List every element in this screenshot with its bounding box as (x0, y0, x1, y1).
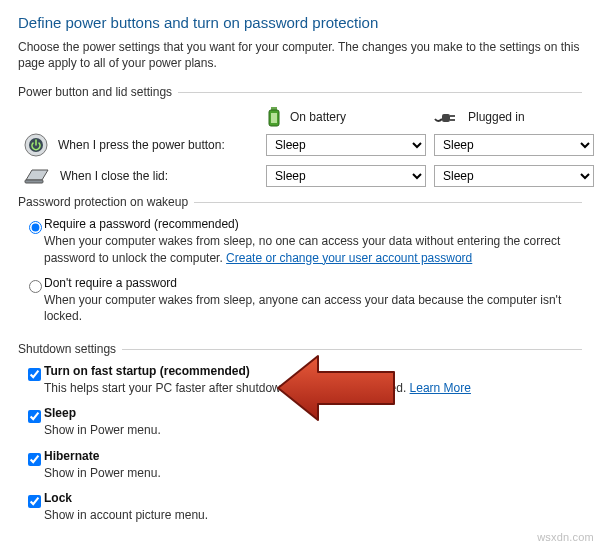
power-button-plugged-select[interactable]: Sleep (434, 134, 594, 156)
column-on-battery-label: On battery (290, 110, 346, 124)
power-button-battery-select[interactable]: Sleep (266, 134, 426, 156)
svg-rect-5 (450, 119, 455, 121)
divider (194, 202, 582, 203)
hibernate-sub: Show in Power menu. (44, 465, 582, 481)
lock-checkbox[interactable] (28, 495, 41, 508)
fast-startup-sub: This helps start your PC faster after sh… (44, 380, 582, 396)
require-password-sub: When your computer wakes from sleep, no … (44, 233, 582, 265)
column-plugged-in-label: Plugged in (468, 110, 525, 124)
battery-icon (266, 107, 282, 127)
divider (122, 349, 582, 350)
sleep-sub: Show in Power menu. (44, 422, 582, 438)
hibernate-label: Hibernate (44, 449, 99, 463)
sleep-label: Sleep (44, 406, 76, 420)
learn-more-link[interactable]: Learn More (410, 381, 471, 395)
close-lid-battery-select[interactable]: Sleep (266, 165, 426, 187)
dont-require-password-label: Don't require a password (44, 276, 582, 290)
fast-startup-subtext: This helps start your PC faster after sh… (44, 381, 410, 395)
section-power-lid: Power button and lid settings (18, 85, 582, 99)
fast-startup-checkbox[interactable] (28, 368, 41, 381)
plug-icon (434, 109, 460, 125)
svg-rect-3 (442, 114, 450, 122)
page-description: Choose the power settings that you want … (18, 39, 582, 71)
section-shutdown-label: Shutdown settings (18, 342, 116, 356)
lock-sub: Show in account picture menu. (44, 507, 582, 523)
dont-require-password-radio[interactable] (29, 280, 42, 293)
svg-rect-4 (450, 115, 455, 117)
divider (178, 92, 582, 93)
hibernate-checkbox[interactable] (28, 453, 41, 466)
fast-startup-label: Turn on fast startup (recommended) (44, 364, 250, 378)
close-lid-plugged-select[interactable]: Sleep (434, 165, 594, 187)
section-password: Password protection on wakeup (18, 195, 582, 209)
close-lid-icon (24, 166, 50, 186)
dont-require-password-sub: When your computer wakes from sleep, any… (44, 292, 582, 324)
change-password-link[interactable]: Create or change your user account passw… (226, 251, 472, 265)
section-power-lid-label: Power button and lid settings (18, 85, 172, 99)
require-password-label: Require a password (recommended) (44, 217, 582, 231)
svg-rect-2 (271, 113, 277, 123)
page-title: Define power buttons and turn on passwor… (18, 14, 582, 31)
close-lid-row-label: When I close the lid: (60, 169, 168, 183)
section-shutdown: Shutdown settings (18, 342, 582, 356)
sleep-checkbox[interactable] (28, 410, 41, 423)
lock-label: Lock (44, 491, 72, 505)
power-button-row-label: When I press the power button: (58, 138, 225, 152)
svg-rect-8 (25, 180, 43, 183)
require-password-radio[interactable] (29, 221, 42, 234)
power-button-icon (24, 133, 48, 157)
watermark: wsxdn.com (537, 531, 594, 543)
column-plugged-in: Plugged in (434, 107, 594, 127)
section-password-label: Password protection on wakeup (18, 195, 188, 209)
column-on-battery: On battery (266, 107, 426, 127)
